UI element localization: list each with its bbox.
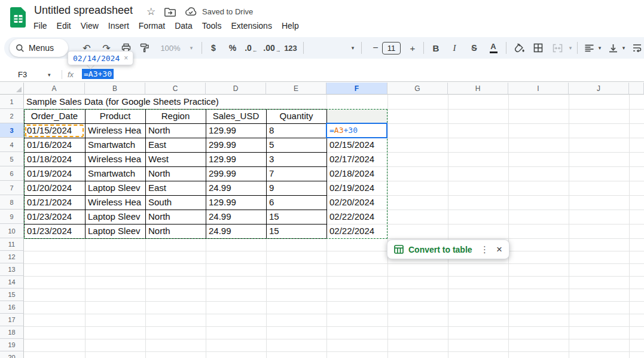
cell-C2[interactable]: Region bbox=[145, 109, 206, 123]
cell-B2[interactable]: Product bbox=[85, 109, 145, 123]
cell-D5[interactable]: 129.99 bbox=[209, 152, 265, 166]
cell-D8[interactable]: 129.99 bbox=[209, 195, 265, 210]
row-header-9[interactable]: 9 bbox=[0, 210, 24, 224]
column-header-J[interactable]: J bbox=[569, 83, 629, 95]
table-border-line bbox=[24, 224, 327, 224]
column-header-D[interactable]: D bbox=[206, 83, 266, 95]
row-header-11[interactable]: 11 bbox=[0, 238, 24, 251]
row-header-15[interactable]: 15 bbox=[0, 289, 24, 301]
row-header-18[interactable]: 18 bbox=[0, 326, 24, 339]
cell-A7[interactable]: 01/20/2024 bbox=[27, 181, 84, 195]
cell-B9[interactable]: Laptop Sleev bbox=[88, 210, 144, 224]
table-border-line bbox=[24, 210, 327, 210]
cell-C6[interactable]: North bbox=[148, 166, 205, 181]
cell-E8[interactable]: 6 bbox=[269, 195, 325, 210]
cell-B8[interactable]: Wireless Hea bbox=[88, 195, 144, 210]
gridline bbox=[24, 276, 644, 277]
table-border-line bbox=[145, 109, 146, 239]
cell-E2[interactable]: Quantity bbox=[266, 109, 326, 123]
row-header-19[interactable]: 19 bbox=[0, 339, 24, 351]
cell-E5[interactable]: 3 bbox=[269, 152, 325, 166]
cell-A3[interactable]: 01/15/2024 bbox=[27, 123, 84, 138]
row-header-16[interactable]: 16 bbox=[0, 301, 24, 314]
column-header-A[interactable]: A bbox=[24, 83, 85, 95]
cell-A2[interactable]: Order_Date bbox=[24, 109, 85, 123]
cell-F10[interactable]: 02/22/2024 bbox=[329, 224, 386, 238]
column-header-G[interactable]: G bbox=[387, 83, 448, 95]
gridline bbox=[24, 238, 644, 239]
cell-B10[interactable]: Laptop Sleev bbox=[88, 224, 144, 238]
cell-B6[interactable]: Smartwatch bbox=[88, 166, 144, 181]
formula-operand: +30 bbox=[343, 126, 357, 135]
row-header-20[interactable]: 20 bbox=[0, 351, 24, 358]
cell-A9[interactable]: 01/23/2024 bbox=[27, 210, 84, 224]
popup-close-icon[interactable]: × bbox=[496, 244, 502, 256]
row-header-3[interactable]: 3 bbox=[0, 123, 24, 138]
cell-F5[interactable]: 02/17/2024 bbox=[329, 152, 386, 166]
cell-A6[interactable]: 01/19/2024 bbox=[27, 166, 84, 181]
column-header-H[interactable]: H bbox=[448, 83, 508, 95]
row-header-17[interactable]: 17 bbox=[0, 314, 24, 326]
row-header-4[interactable]: 4 bbox=[0, 138, 24, 152]
tooltip-close-icon[interactable]: × bbox=[124, 54, 128, 62]
cell-D3[interactable]: 129.99 bbox=[209, 123, 265, 138]
cell-D4[interactable]: 299.99 bbox=[209, 138, 265, 152]
column-header-F[interactable]: F bbox=[326, 83, 387, 95]
cell-D6[interactable]: 299.99 bbox=[209, 166, 265, 181]
more-options-icon[interactable]: ⋮ bbox=[480, 244, 489, 255]
cell-C7[interactable]: East bbox=[148, 181, 205, 195]
cell-C4[interactable]: East bbox=[148, 138, 205, 152]
cell-C3[interactable]: North bbox=[148, 123, 205, 138]
column-header-partial[interactable] bbox=[629, 83, 644, 95]
gridline bbox=[24, 339, 644, 339]
active-cell-F3-editor[interactable]: =A3+30 bbox=[326, 123, 387, 138]
cell-F8[interactable]: 02/20/2024 bbox=[329, 195, 386, 210]
cell-F9[interactable]: 02/22/2024 bbox=[329, 210, 386, 224]
row-header-1[interactable]: 1 bbox=[0, 95, 24, 109]
cell-D2[interactable]: Sales_USD bbox=[206, 109, 266, 123]
cell-A4[interactable]: 01/16/2024 bbox=[27, 138, 84, 152]
cell-C8[interactable]: South bbox=[148, 195, 205, 210]
row-header-14[interactable]: 14 bbox=[0, 276, 24, 289]
cell-F6[interactable]: 02/18/2024 bbox=[329, 166, 386, 181]
cell-A10[interactable]: 01/23/2024 bbox=[27, 224, 84, 238]
cell-B3[interactable]: Wireless Hea bbox=[88, 123, 144, 138]
row-header-6[interactable]: 6 bbox=[0, 166, 24, 181]
cell-F7[interactable]: 02/19/2024 bbox=[329, 181, 386, 195]
cell-C5[interactable]: West bbox=[148, 152, 205, 166]
column-header-I[interactable]: I bbox=[508, 83, 569, 95]
cell-D10[interactable]: 24.99 bbox=[209, 224, 265, 238]
cell-E6[interactable]: 7 bbox=[269, 166, 325, 181]
cell-B5[interactable]: Wireless Hea bbox=[88, 152, 144, 166]
column-header-C[interactable]: C bbox=[145, 83, 206, 95]
cell-B7[interactable]: Laptop Sleev bbox=[88, 181, 144, 195]
cell-E10[interactable]: 15 bbox=[269, 224, 325, 238]
cell-E9[interactable]: 15 bbox=[269, 210, 325, 224]
cell-F4[interactable]: 02/15/2024 bbox=[329, 138, 386, 152]
row-header-10[interactable]: 10 bbox=[0, 224, 24, 238]
cell-B4[interactable]: Smartwatch bbox=[88, 138, 144, 152]
convert-to-table-button[interactable]: Convert to table bbox=[408, 245, 475, 254]
gridline bbox=[24, 301, 644, 302]
cell-E4[interactable]: 5 bbox=[269, 138, 325, 152]
column-header-B[interactable]: B bbox=[85, 83, 145, 95]
cell-C10[interactable]: North bbox=[148, 224, 205, 238]
cell-A8[interactable]: 01/21/2024 bbox=[27, 195, 84, 210]
row-header-7[interactable]: 7 bbox=[0, 181, 24, 195]
row-header-5[interactable]: 5 bbox=[0, 152, 24, 166]
cell-D9[interactable]: 24.99 bbox=[209, 210, 265, 224]
formula-equals: = bbox=[329, 126, 334, 135]
cell-C9[interactable]: North bbox=[148, 210, 205, 224]
row-header-12[interactable]: 12 bbox=[0, 251, 24, 263]
select-all-corner[interactable] bbox=[0, 83, 24, 95]
row-header-2[interactable]: 2 bbox=[0, 109, 24, 123]
cell-A5[interactable]: 01/18/2024 bbox=[27, 152, 84, 166]
cell-A1[interactable]: Sample Sales Data (for Google Sheets Pra… bbox=[26, 95, 325, 109]
cell-E7[interactable]: 9 bbox=[269, 181, 325, 195]
gridline bbox=[448, 95, 448, 358]
cell-D7[interactable]: 24.99 bbox=[209, 181, 265, 195]
row-header-13[interactable]: 13 bbox=[0, 263, 24, 276]
column-header-E[interactable]: E bbox=[266, 83, 326, 95]
row-header-8[interactable]: 8 bbox=[0, 195, 24, 210]
cell-E3[interactable]: 8 bbox=[269, 123, 325, 138]
